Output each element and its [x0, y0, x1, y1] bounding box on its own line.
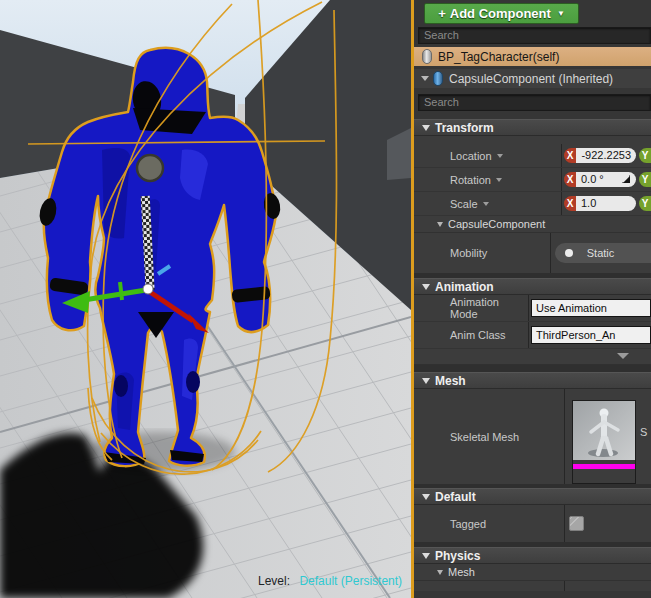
- section-header-transform[interactable]: Transform: [414, 119, 651, 136]
- axis-x-badge: X: [564, 172, 576, 187]
- add-component-label: Add Component: [450, 6, 551, 21]
- axis-y-badge: Y: [639, 148, 651, 163]
- anim-class-dropdown[interactable]: ThirdPerson_An: [531, 326, 651, 344]
- rotation-label: Rotation: [450, 174, 491, 186]
- level-indicator: Level: Default (Persistent): [258, 574, 402, 588]
- plus-icon: +: [438, 6, 446, 21]
- axis-y-badge: Y: [639, 172, 651, 187]
- section-title: Transform: [435, 121, 494, 135]
- thumbnail-status-bar: [573, 464, 635, 469]
- expand-advanced-icon[interactable]: [617, 353, 629, 359]
- chevron-down-icon: ▼: [557, 9, 565, 18]
- chevron-down-icon[interactable]: [496, 178, 502, 182]
- tree-child-label: CapsuleComponent (Inherited): [449, 72, 613, 86]
- details-search-input[interactable]: Search: [418, 94, 651, 111]
- animation-mode-label: Animation Mode: [450, 296, 528, 320]
- chest-emblem: [137, 155, 163, 181]
- radio-dot-icon: [565, 249, 573, 257]
- axis-y-badge: Y: [639, 196, 651, 211]
- collapse-arrow-icon: [437, 570, 443, 575]
- add-component-button[interactable]: + Add Component ▼: [424, 3, 579, 24]
- chevron-down-icon[interactable]: [483, 202, 489, 206]
- tagged-checkbox[interactable]: [569, 516, 584, 531]
- details-panel: + Add Component ▼ Search BP_TagCharacter…: [414, 0, 651, 598]
- subsection-header-physics-mesh[interactable]: Mesh: [414, 564, 651, 581]
- property-row-scale: Scale X 1.0 Y: [414, 192, 651, 216]
- property-row-skeletal-mesh: Skeletal Mesh S: [414, 389, 651, 484]
- skeletal-mesh-thumbnail[interactable]: [572, 400, 636, 484]
- axis-x-badge: X: [564, 148, 576, 163]
- tree-item-capsule-component[interactable]: CapsuleComponent (Inherited): [414, 69, 651, 88]
- collapse-arrow-icon: [422, 494, 430, 500]
- rotation-x-value: 0.0 °: [581, 172, 604, 187]
- collapse-arrow-icon: [422, 125, 430, 131]
- section-header-default[interactable]: Default: [414, 488, 651, 505]
- capsule-component-icon: [433, 71, 443, 86]
- unreal-editor-window: Level: Default (Persistent) + Add Compon…: [0, 0, 651, 598]
- subsection-title: Mesh: [448, 566, 475, 578]
- gizmo-center[interactable]: [143, 284, 153, 294]
- mobility-static-button[interactable]: Static: [555, 243, 651, 263]
- location-x-input[interactable]: -922.2253: [576, 148, 636, 163]
- mobility-static-label: Static: [587, 247, 615, 259]
- viewport-3d[interactable]: Level: Default (Persistent): [0, 0, 411, 598]
- tagged-label: Tagged: [450, 518, 486, 530]
- anim-class-label: Anim Class: [450, 329, 506, 341]
- level-value: Default (Persistent): [299, 574, 402, 588]
- mannequin-preview: [573, 401, 635, 460]
- collapse-arrow-icon: [422, 284, 430, 290]
- location-label: Location: [450, 150, 492, 162]
- property-row-tagged: Tagged: [414, 505, 651, 542]
- subsection-header-capsulecomponent[interactable]: CapsuleComponent: [414, 216, 651, 233]
- expand-arrow-icon[interactable]: [421, 76, 429, 81]
- tree-item-root[interactable]: BP_TagCharacter(self): [414, 47, 651, 66]
- animation-mode-dropdown[interactable]: Use Animation: [531, 299, 651, 317]
- property-row-cutoff: [414, 581, 651, 591]
- advanced-expander-row: [414, 349, 651, 365]
- mobility-label: Mobility: [450, 247, 487, 259]
- section-title: Mesh: [435, 374, 466, 388]
- asset-name-partial: S: [640, 426, 647, 484]
- property-row-location: Location X -922.2253 Y: [414, 144, 651, 168]
- property-row-animation-mode: Animation Mode Use Animation: [414, 295, 651, 322]
- collapse-arrow-icon: [422, 553, 430, 559]
- axis-x-badge: X: [564, 196, 576, 211]
- section-title: Animation: [435, 280, 494, 294]
- tree-root-label: BP_TagCharacter(self): [438, 50, 559, 64]
- section-title: Physics: [435, 549, 480, 563]
- scale-x-input[interactable]: 1.0: [576, 196, 636, 211]
- level-label: Level:: [258, 574, 290, 588]
- skeletal-mesh-label: Skeletal Mesh: [450, 431, 519, 443]
- property-row-rotation: Rotation X 0.0 ° Y: [414, 168, 651, 192]
- property-row-mobility: Mobility Static: [414, 233, 651, 273]
- components-search-input[interactable]: Search: [418, 27, 651, 44]
- viewport-scene: [0, 0, 411, 598]
- rotation-x-input[interactable]: 0.0 °: [576, 172, 636, 187]
- viewport-active-border: [411, 0, 414, 598]
- rotation-widget-icon[interactable]: [622, 175, 631, 184]
- chevron-down-icon[interactable]: [497, 154, 503, 158]
- collapse-arrow-icon: [422, 378, 430, 384]
- section-header-physics[interactable]: Physics: [414, 547, 651, 564]
- collapse-arrow-icon: [437, 222, 443, 227]
- section-header-mesh[interactable]: Mesh: [414, 372, 651, 389]
- section-header-animation[interactable]: Animation: [414, 278, 651, 295]
- property-row-anim-class: Anim Class ThirdPerson_An: [414, 322, 651, 349]
- actor-capsule-icon: [422, 49, 432, 64]
- scale-label: Scale: [450, 198, 478, 210]
- section-title: Default: [435, 490, 476, 504]
- subsection-title: CapsuleComponent: [448, 218, 545, 230]
